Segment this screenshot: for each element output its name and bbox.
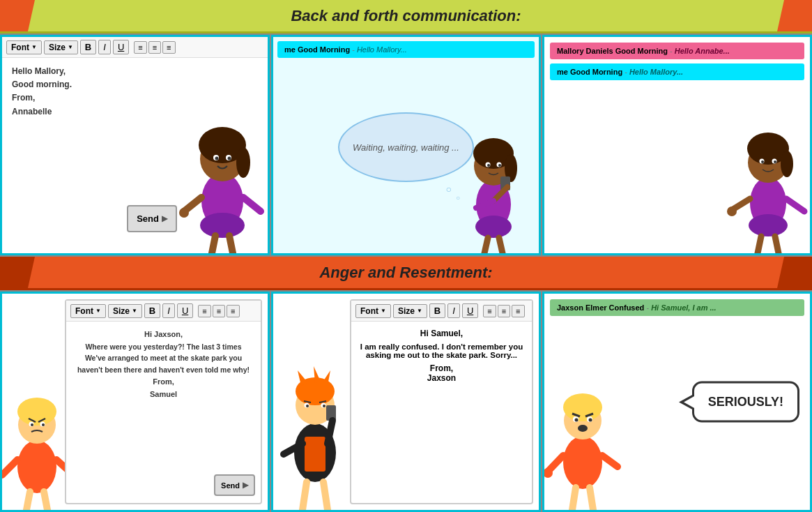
top-center-waiting-area: Waiting, waiting, waiting ... [273, 62, 539, 253]
right-msg-pink[interactable]: Mallory Daniels Good Morning - Hello Ann… [550, 43, 804, 59]
rmc-preview: Hello Mallory... [629, 68, 683, 76]
align-buttons-bottom-left: ≡ ≡ ≡ [198, 305, 239, 317]
inbox-sender-tc: me Good Morning [284, 45, 350, 54]
bottom-left-panel: Font Size B I U ≡ ≡ ≡ Hi Jaxson, Where w… [0, 292, 270, 512]
underline-btn-bottom-left[interactable]: U [177, 303, 193, 318]
align-right-bl[interactable]: ≡ [227, 305, 239, 317]
annabelle-character [177, 93, 268, 253]
svg-point-8 [228, 157, 231, 160]
inbox-preview-tc: Hello Mallory... [357, 45, 407, 54]
svg-line-87 [590, 488, 593, 510]
font-dropdown-bottom-left[interactable]: Font [70, 304, 106, 318]
msg-line1-tl: Hello Mallory, [12, 65, 258, 78]
svg-line-40 [758, 236, 761, 253]
bottom-banner: Anger and Resentment: [0, 257, 812, 290]
svg-point-29 [749, 214, 788, 236]
svg-line-26 [484, 238, 488, 253]
bold-btn-bottom-left[interactable]: B [144, 303, 160, 318]
thought-text: Waiting, waiting, waiting ... [353, 142, 459, 153]
svg-line-85 [602, 455, 618, 467]
svg-line-53 [26, 492, 30, 510]
font-dropdown-bottom-center[interactable]: Font [355, 304, 391, 318]
size-dropdown-top-left[interactable]: Size [44, 40, 78, 54]
banner-tail-left-bottom [0, 257, 35, 288]
bottom-center-panel: Font Size B I U ≡ ≡ ≡ Hi Samuel, I am re… [271, 292, 541, 512]
top-left-panel: Font Size B I U ≡ ≡ ≡ Hello Mallory, Goo… [0, 35, 270, 255]
align-right-top-left[interactable]: ≡ [162, 41, 175, 54]
send-button-top-left[interactable]: Send [127, 205, 177, 232]
align-center-bl[interactable]: ≡ [213, 305, 225, 317]
svg-point-1 [200, 213, 245, 238]
top-banner-title: Back and forth communication: [291, 7, 521, 25]
svg-line-10 [243, 197, 261, 211]
samuel-angry-character [544, 356, 621, 510]
bottom-left-message-area: Hi Jaxson, Where were you yesterday?! Th… [66, 322, 261, 503]
bold-btn-bc[interactable]: B [429, 303, 445, 318]
inbox-item-tc[interactable]: me Good Morning - Hello Mallory... [277, 41, 535, 58]
svg-line-27 [499, 238, 503, 253]
top-panels-row: Font Size B I U ≡ ≡ ≡ Hello Mallory, Goo… [0, 35, 812, 255]
jaxson-character [273, 336, 357, 510]
svg-point-42 [17, 440, 56, 493]
align-left-bl[interactable]: ≡ [198, 305, 210, 317]
italic-btn-bc[interactable]: I [447, 303, 460, 318]
bl-line2: Where were you yesterday?! The last 3 ti… [76, 341, 251, 376]
align-left-bc[interactable]: ≡ [483, 305, 496, 317]
top-right-panel: Mallory Daniels Good Morning - Hello Ann… [542, 35, 812, 255]
svg-line-69 [328, 421, 332, 444]
bottom-left-message-text: Hi Jaxson, Where were you yesterday?! Th… [66, 322, 261, 407]
bottom-left-toolbar: Font Size B I U ≡ ≡ ≡ [66, 301, 261, 322]
banner-tail-right-top [777, 0, 812, 31]
bc-line3: From, [360, 363, 523, 373]
samuel-character [2, 363, 72, 510]
italic-btn-bottom-left[interactable]: I [162, 303, 175, 318]
italic-btn-top-left[interactable]: I [98, 40, 111, 54]
bottom-right-messages: Jaxson Elmer Confused - Hi Samuel, I am … [544, 294, 810, 322]
align-right-bc[interactable]: ≡ [512, 305, 524, 317]
bc-line2: I am really confused. I don't remember y… [360, 342, 523, 359]
speech-bubble: SERIOUSLY! [692, 382, 799, 423]
svg-point-36 [774, 160, 776, 163]
bl-line4: Samuel [76, 389, 251, 401]
svg-line-12 [212, 236, 215, 253]
rmp-preview: Hello Annabe... [675, 47, 730, 55]
svg-line-71 [302, 482, 307, 510]
right-msg-green[interactable]: Jaxson Elmer Confused - Hi Samuel, I am … [550, 299, 804, 316]
svg-line-13 [229, 236, 233, 253]
banner-tail-right-bottom [777, 257, 812, 288]
speech-tail-inner [684, 396, 695, 408]
svg-point-15 [475, 216, 512, 238]
svg-point-21 [487, 164, 490, 167]
svg-point-49 [31, 423, 33, 426]
size-dropdown-bottom-left[interactable]: Size [108, 304, 142, 318]
svg-point-39 [727, 206, 737, 216]
top-left-compose-box: Hello Mallory, Good morning. From, Annab… [2, 58, 268, 253]
bold-btn-top-left[interactable]: B [80, 40, 96, 54]
bc-line4: Jaxson [360, 373, 523, 383]
svg-point-32 [781, 151, 793, 177]
svg-line-51 [2, 460, 17, 475]
bottom-center-message-text: Hi Samuel, I am really confused. I don't… [351, 322, 532, 503]
align-buttons-bc: ≡ ≡ ≡ [483, 305, 524, 317]
bottom-left-compose: Font Size B I U ≡ ≡ ≡ Hi Jaxson, Where w… [65, 299, 262, 504]
align-center-top-left[interactable]: ≡ [148, 41, 161, 54]
speech-text: SERIOUSLY! [708, 395, 783, 409]
svg-point-4 [236, 147, 250, 178]
svg-point-11 [179, 208, 189, 218]
align-left-top-left[interactable]: ≡ [134, 41, 146, 54]
top-banner: Back and forth communication: [0, 0, 812, 33]
bl-line1: Hi Jaxson, [76, 329, 251, 341]
send-button-bottom-left[interactable]: Send [214, 474, 255, 496]
size-dropdown-bottom-center[interactable]: Size [393, 304, 427, 318]
bottom-right-panel: Jaxson Elmer Confused - Hi Samuel, I am … [542, 292, 812, 512]
align-center-bc[interactable]: ≡ [498, 305, 510, 317]
font-dropdown-top-left[interactable]: Font [6, 40, 42, 54]
svg-point-50 [42, 423, 45, 426]
underline-btn-top-left[interactable]: U [113, 40, 129, 54]
svg-line-86 [572, 488, 576, 510]
underline-btn-bc[interactable]: U [462, 303, 478, 318]
top-left-toolbar: Font Size B I U ≡ ≡ ≡ [2, 37, 268, 58]
align-buttons-top-left: ≡ ≡ ≡ [134, 41, 175, 54]
right-msg-cyan[interactable]: me Good Morning - Hello Mallory... [550, 63, 804, 80]
svg-line-72 [323, 482, 328, 510]
